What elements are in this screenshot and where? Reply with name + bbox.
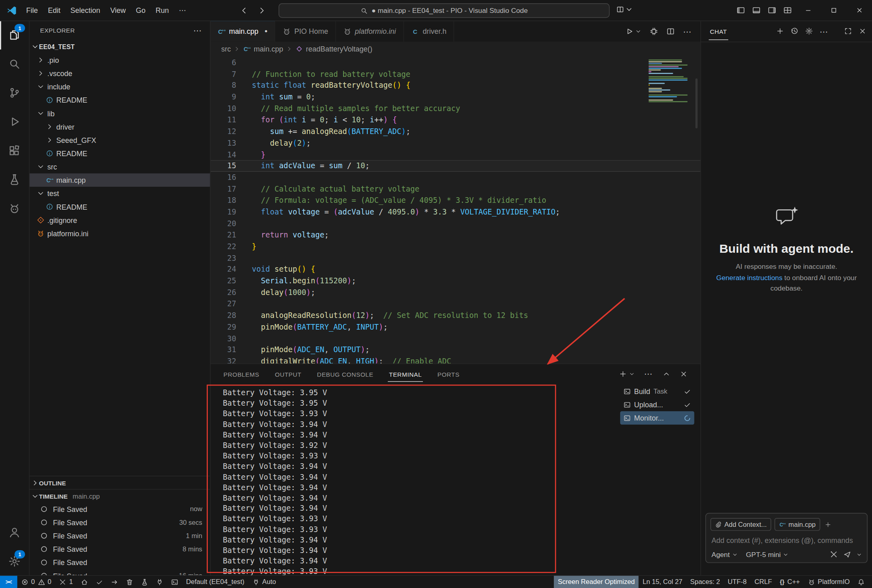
explorer-more-icon[interactable]: ⋯ [193,26,202,35]
status-platformio[interactable]: PlatformIO [804,576,854,588]
tree-item-main-cpp[interactable]: C++main.cpp [29,173,210,187]
activity-extensions[interactable] [0,136,29,165]
timeline-item[interactable]: File Saved30 secs [29,516,210,529]
status-pio-serial-monitor[interactable] [152,576,167,588]
status-pio-build[interactable] [92,576,107,588]
context-file-chip[interactable]: C++main.cpp [775,518,820,531]
menu-file[interactable]: File [21,0,43,21]
activity-testing[interactable] [0,165,29,194]
tab-pio-home[interactable]: PIO Home [275,21,336,41]
status-tools-count[interactable]: 1 [55,576,77,588]
panel-tab-ports[interactable]: PORTS [436,366,460,382]
status-eol[interactable]: CRLF [751,576,776,588]
terminal-list-item-build[interactable]: BuildTask [620,385,694,398]
timeline-section[interactable]: TIMELINE main.cpp [29,489,210,503]
window-minimize[interactable] [795,0,821,21]
status-indentation[interactable]: Spaces: 2 [686,576,724,588]
terminal-list-item-upload[interactable]: Upload... [620,398,694,411]
terminal-list-item-monitor[interactable]: Monitor... [620,411,694,425]
status-pio-home[interactable] [77,576,92,588]
layout-sidebar-left[interactable] [733,0,748,21]
tab-chat[interactable]: CHAT [709,22,728,40]
tree-item-platformio-ini[interactable]: platformio.ini [29,227,210,240]
activity-platformio[interactable] [0,194,29,223]
timeline-item[interactable]: File Saved1 min [29,529,210,543]
status-pio-port[interactable]: Auto [248,576,280,588]
status-cursor-position[interactable]: Ln 15, Col 27 [639,576,686,588]
forward-icon[interactable] [257,6,266,14]
panel-tab-problems[interactable]: PROBLEMS [222,366,261,382]
status-pio-test[interactable] [137,576,152,588]
panel-tab-output[interactable]: OUTPUT [274,366,302,382]
breadcrumb-main-cpp[interactable]: C++main.cpp [243,45,283,53]
project-section-header[interactable]: EE04_TEST [29,40,210,53]
breadcrumb-readbatteryvoltage[interactable]: readBatteryVoltage() [295,45,372,53]
window-close[interactable] [846,0,872,21]
code-editor[interactable]: 67// Function to read battery voltage8st… [210,56,701,364]
activity-account[interactable] [0,518,29,547]
close-icon[interactable] [859,27,866,35]
expand-icon[interactable] [844,27,852,35]
activity-source-control[interactable] [0,78,29,107]
menu-edit[interactable]: Edit [43,0,65,21]
plus-icon[interactable] [619,370,627,378]
chevron-up-icon[interactable] [663,370,670,378]
chat-input-box[interactable]: Add Context... C++main.cpp Add context (… [705,513,868,563]
editor-scrollbar[interactable] [695,78,698,128]
tree-item-vscode[interactable]: .vscode [29,67,210,80]
gear-icon[interactable] [805,27,813,35]
tree-item-test[interactable]: test [29,187,210,200]
command-center[interactable]: ● main.cpp - EE04_test - PIO - Visual St… [279,3,610,18]
activity-settings[interactable]: 1 [0,547,29,576]
tab-platformio-ini[interactable]: platformio.ini [336,21,404,41]
chevron-down-icon[interactable] [635,28,641,34]
tree-item-lib[interactable]: lib [29,107,210,120]
close-icon[interactable] [680,370,688,378]
back-icon[interactable] [240,6,249,14]
status-language-mode[interactable]: {}C++ [776,576,804,588]
menu-run[interactable]: Run [151,0,174,21]
timeline-item[interactable]: File Savednow [29,502,210,516]
status-screen-reader[interactable]: Screen Reader Optimized [554,576,638,588]
tree-item-seeed-gfx[interactable]: Seeed_GFX [29,133,210,146]
status-encoding[interactable]: UTF-8 [724,576,750,588]
timeline-item[interactable]: File Saved16 mins [29,569,210,576]
menu-go[interactable]: Go [131,0,151,21]
run-icon[interactable] [625,27,634,35]
window-maximize[interactable] [821,0,847,21]
tree-item-readme[interactable]: README [29,93,210,107]
model-picker[interactable]: GPT-5 mini [746,551,789,558]
menu-more[interactable]: ⋯ [174,0,191,21]
tree-item-gitignore[interactable]: .gitignore [29,213,210,227]
status-remote[interactable]: >< [0,576,17,588]
more-icon[interactable]: ⋯ [820,27,829,35]
more-icon[interactable]: ⋯ [683,27,692,35]
history-icon[interactable] [791,27,798,35]
activity-run-debug[interactable] [0,107,29,136]
layout-panel[interactable] [748,0,764,21]
activity-explorer[interactable]: 1 [0,21,29,50]
panel-tab-debug-console[interactable]: DEBUG CONSOLE [316,366,374,382]
outline-section[interactable]: OUTLINE [29,476,210,490]
tab-main-cpp[interactable]: C++main.cpp● [210,21,275,41]
plus-icon[interactable] [776,27,784,35]
add-context-button[interactable]: Add Context... [710,518,771,531]
breadcrumb-src[interactable]: src [221,45,231,53]
send-icon[interactable] [843,550,851,559]
split-icon[interactable] [667,27,675,35]
panel-tab-terminal[interactable]: TERMINAL [388,366,423,382]
status-pio-terminal[interactable] [167,576,182,588]
tree-item-src[interactable]: src [29,160,210,173]
layout-grid[interactable] [779,0,795,21]
tree-item-driver[interactable]: driver [29,120,210,133]
timeline-item[interactable]: File Saved8 mins [29,543,210,556]
status-pio-upload[interactable] [107,576,122,588]
tree-item-pio[interactable]: .pio [29,54,210,67]
status-problems[interactable]: 00 [17,576,56,588]
mode-picker[interactable]: Agent [712,551,738,558]
timeline-item[interactable]: File Saved [29,556,210,569]
status-notifications[interactable] [853,576,868,588]
tab-driver-h[interactable]: Cdriver.h [404,21,454,41]
more-icon[interactable]: ⋯ [644,369,653,378]
tree-item-readme[interactable]: README [29,147,210,160]
